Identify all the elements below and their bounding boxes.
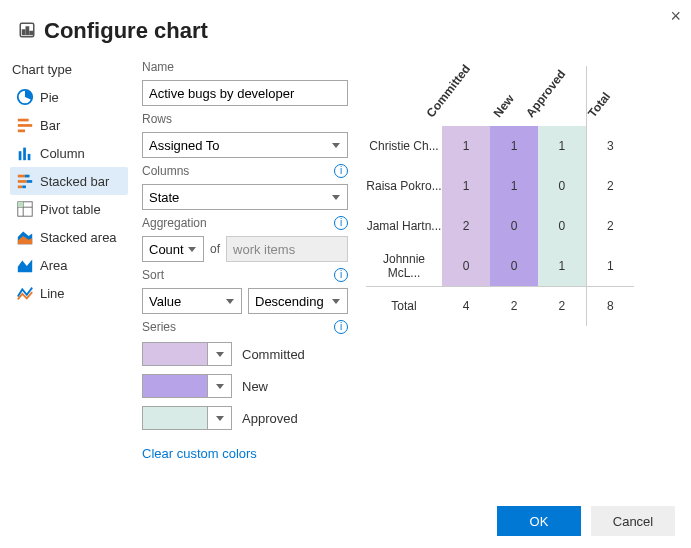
pie-icon [16,88,34,106]
row-header: Total [366,286,442,326]
row-header: Christie Ch... [366,126,442,166]
cell: 3 [586,126,634,166]
dialog-title: Configure chart [44,18,208,44]
table-row: Christie Ch... 1 1 1 3 [366,126,634,166]
svg-rect-8 [19,151,22,160]
svg-rect-12 [25,175,30,178]
svg-rect-11 [18,175,25,178]
totals-row: Total 4 2 2 8 [366,286,634,326]
cell: 1 [490,126,538,166]
svg-rect-15 [18,186,23,189]
ok-button[interactable]: OK [497,506,581,536]
svg-rect-2 [26,27,28,35]
svg-rect-9 [23,148,26,161]
cell: 1 [586,246,634,286]
chart-config-icon [18,21,36,42]
columns-label: Columns i [142,164,348,178]
chart-type-line[interactable]: Line [10,279,128,307]
chart-type-label-text: Pivot table [40,202,101,217]
column-header: Approved [538,66,586,126]
cell: 2 [538,286,586,326]
cell: 1 [490,166,538,206]
table-row: Johnnie McL... 0 0 1 1 [366,246,634,286]
series-color-picker[interactable] [142,342,232,366]
cell: 4 [442,286,490,326]
sort-field-select[interactable]: Value [142,288,242,314]
cancel-button[interactable]: Cancel [591,506,675,536]
info-icon[interactable]: i [334,268,348,282]
sort-label: Sort i [142,268,348,282]
series-item: Approved [142,406,348,430]
chart-type-label-text: Stacked bar [40,174,109,189]
cell: 0 [442,246,490,286]
chart-type-label-text: Area [40,258,67,273]
cell: 1 [442,126,490,166]
chart-type-label-text: Pie [40,90,59,105]
chart-type-column[interactable]: Column [10,139,128,167]
rows-select[interactable]: Assigned To [142,132,348,158]
svg-rect-5 [18,119,29,122]
series-color-picker[interactable] [142,406,232,430]
bar-icon [16,116,34,134]
chart-type-area[interactable]: Area [10,251,128,279]
cell: 1 [442,166,490,206]
pivot-preview-table: Committed New Approved Total Christie Ch… [366,66,634,326]
aggregation-select[interactable]: Count [142,236,204,262]
info-icon[interactable]: i [334,320,348,334]
series-color-picker[interactable] [142,374,232,398]
chart-type-label-text: Stacked area [40,230,117,245]
cell: 8 [586,286,634,326]
chart-type-label-text: Line [40,286,65,301]
cell: 2 [586,166,634,206]
row-header: Raisa Pokro... [366,166,442,206]
chart-type-label-text: Bar [40,118,60,133]
info-icon[interactable]: i [334,216,348,230]
svg-rect-7 [18,130,25,133]
info-icon[interactable]: i [334,164,348,178]
name-input[interactable] [142,80,348,106]
stacked-bar-icon [16,172,34,190]
color-swatch [143,375,207,397]
chart-type-pie[interactable]: Pie [10,83,128,111]
columns-select[interactable]: State [142,184,348,210]
cell: 0 [538,206,586,246]
color-swatch [143,343,207,365]
clear-custom-colors-link[interactable]: Clear custom colors [142,446,348,461]
cell: 0 [490,206,538,246]
aggregation-label: Aggregation i [142,216,348,230]
chart-type-panel: Chart type Pie Bar Column Stacked bar [10,60,128,461]
chart-type-bar[interactable]: Bar [10,111,128,139]
svg-rect-10 [28,154,31,160]
close-icon[interactable]: × [670,6,681,27]
series-name: New [242,379,268,394]
line-icon [16,284,34,302]
svg-marker-23 [18,260,32,273]
row-header: Jamal Hartn... [366,206,442,246]
cell: 1 [538,126,586,166]
svg-rect-20 [18,202,23,207]
table-row: Jamal Hartn... 2 0 0 2 [366,206,634,246]
chart-type-pivot-table[interactable]: Pivot table [10,195,128,223]
dialog-footer: OK Cancel [497,506,675,536]
chevron-down-icon[interactable] [207,375,231,397]
cell: 2 [442,206,490,246]
sort-direction-select[interactable]: Descending [248,288,348,314]
name-label: Name [142,60,348,74]
stacked-area-icon [16,228,34,246]
chevron-down-icon[interactable] [207,407,231,429]
cell: 0 [538,166,586,206]
svg-rect-16 [22,186,26,189]
cell: 2 [586,206,634,246]
chart-type-label: Chart type [10,60,128,83]
svg-rect-6 [18,124,32,127]
chevron-down-icon[interactable] [207,343,231,365]
pivot-table-icon [16,200,34,218]
cell: 2 [490,286,538,326]
column-header: Committed [442,66,490,126]
svg-rect-1 [23,30,25,35]
svg-rect-3 [30,31,32,34]
area-icon [16,256,34,274]
chart-type-stacked-bar[interactable]: Stacked bar [10,167,128,195]
chart-type-stacked-area[interactable]: Stacked area [10,223,128,251]
dialog-header: Configure chart [0,0,691,50]
